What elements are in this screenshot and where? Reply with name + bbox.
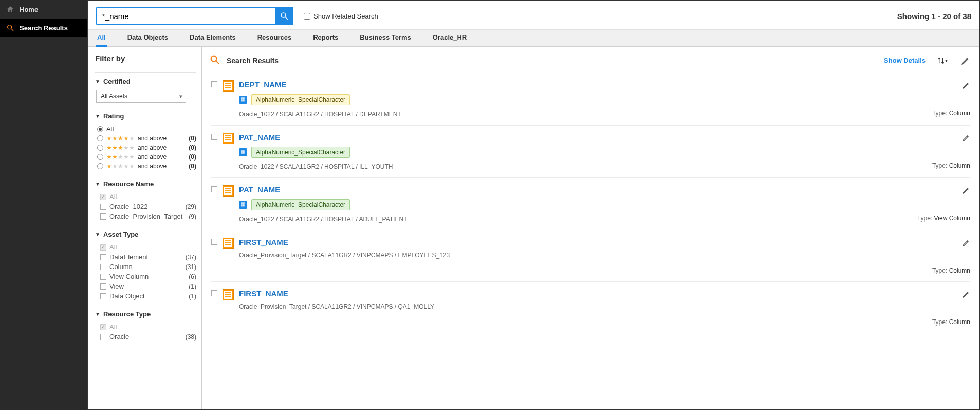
filter-resource-type-label: Resource Type (103, 310, 151, 318)
result-title[interactable]: FIRST_NAME (239, 238, 898, 246)
tab-reports[interactable]: Reports (312, 29, 339, 47)
resource-type-item-label: Oracle (109, 333, 129, 341)
edit-icon[interactable] (962, 186, 970, 196)
rating-3-count: (0) (189, 144, 196, 151)
caret-down-icon: ▼ (95, 79, 100, 84)
asset-type-item[interactable]: Column(31) (95, 262, 196, 272)
result-content: FIRST_NAMEOracle_Provision_Target / SCAL… (239, 289, 898, 326)
result-title[interactable]: FIRST_NAME (239, 289, 898, 298)
certified-select[interactable]: All Assets (96, 90, 186, 103)
checkbox-icon (100, 204, 106, 210)
filter-certified-head[interactable]: ▼ Certified (95, 78, 196, 85)
edit-icon[interactable] (962, 134, 970, 144)
asset-type-all[interactable]: All (95, 242, 196, 252)
result-checkbox[interactable] (211, 239, 217, 245)
result-meta: Type: Column (903, 80, 970, 118)
result-title[interactable]: PAT_NAME (239, 185, 898, 194)
rating-4[interactable]: ★★★★★ and above (0) (95, 134, 196, 143)
result-checkbox[interactable] (211, 81, 217, 87)
filter-resource-name-label: Resource Name (103, 180, 154, 188)
filter-resource-name-head[interactable]: ▼ Resource Name (95, 180, 196, 188)
filter-asset-type-head[interactable]: ▼ Asset Type (95, 230, 196, 238)
show-details-link[interactable]: Show Details (884, 57, 926, 64)
filter-resource-type: ▼ Resource Type All Oracle (38) (95, 310, 196, 342)
caret-down-icon: ▼ (95, 113, 100, 119)
search-input[interactable] (96, 7, 275, 25)
table-icon (223, 238, 234, 249)
result-tag[interactable]: AlphaNumeric_SpecialCharacter (251, 199, 350, 210)
result-type-value: Column (949, 162, 970, 169)
rating-2[interactable]: ★★★★★ and above (0) (95, 152, 196, 162)
search-wrap (96, 7, 293, 25)
checkbox-icon (100, 213, 106, 220)
checkbox-icon (100, 194, 106, 200)
tab-oracle-hr[interactable]: Oracle_HR (432, 29, 468, 47)
tab-business-terms[interactable]: Business Terms (359, 29, 412, 47)
stars-2-icon: ★★★★★ (106, 153, 135, 161)
asset-type-item-count: (1) (189, 283, 196, 290)
asset-type-item[interactable]: DataElement(37) (95, 252, 196, 262)
resource-name-item[interactable]: Oracle_Provision_Target (9) (95, 211, 196, 221)
rating-all[interactable]: All (95, 124, 196, 134)
checkbox-icon (100, 244, 106, 251)
result-meta: Type: Column (903, 133, 970, 170)
filter-rating-head[interactable]: ▼ Rating (95, 112, 196, 120)
tab-all[interactable]: All (96, 29, 107, 47)
asset-type-item[interactable]: View Column(6) (95, 272, 196, 281)
result-type-value: View Column (934, 215, 970, 222)
filter-rating-label: Rating (103, 112, 124, 120)
asset-type-item[interactable]: View(1) (95, 281, 196, 291)
svg-point-4 (211, 56, 217, 62)
nav-search-results[interactable]: Search Results (0, 19, 87, 37)
resource-name-item-count: (29) (186, 203, 196, 210)
rating-1-count: (0) (189, 163, 196, 170)
result-tag[interactable]: AlphaNumeric_SpecialCharacter (251, 147, 350, 158)
resource-name-item-label: Oracle_1022 (109, 203, 147, 210)
result-checkbox[interactable] (211, 186, 217, 192)
stars-3-icon: ★★★★★ (106, 144, 135, 151)
rating-3[interactable]: ★★★★★ and above (0) (95, 143, 196, 152)
edit-icon[interactable] (962, 290, 970, 300)
table-icon (223, 289, 234, 300)
nav-home[interactable]: Home (0, 0, 87, 19)
edit-icon[interactable] (962, 239, 970, 248)
asset-type-item[interactable]: Data Object(1) (95, 291, 196, 301)
filter-resource-type-head[interactable]: ▼ Resource Type (95, 310, 196, 318)
result-title[interactable]: PAT_NAME (239, 133, 898, 141)
tab-data-objects[interactable]: Data Objects (126, 29, 169, 47)
caret-down-icon: ▼ (95, 181, 100, 187)
asset-type-item-count: (37) (186, 254, 196, 261)
radio-icon (97, 163, 103, 169)
result-title[interactable]: DEPT_NAME (239, 80, 898, 89)
asset-type-item-count: (1) (189, 293, 196, 300)
resource-name-item[interactable]: Oracle_1022 (29) (95, 202, 196, 211)
result-type-label: Type: (932, 110, 949, 117)
edit-icon[interactable] (961, 56, 970, 65)
filter-panel: Filter by ▼ Certified All Assets ▼ (88, 47, 202, 409)
search-button[interactable] (275, 7, 293, 25)
result-checkbox[interactable] (211, 134, 217, 140)
certified-select-value: All Assets (101, 93, 127, 100)
asset-type-item-label: DataElement (109, 253, 148, 261)
edit-icon[interactable] (962, 81, 970, 91)
and-above: and above (138, 163, 167, 170)
sort-icon[interactable]: ▾ (937, 57, 948, 65)
rating-1[interactable]: ★★★★★ and above (0) (95, 162, 196, 171)
result-type: Type: View Column (917, 215, 970, 222)
filter-rating: ▼ Rating All ★★★★★ and above (0) (95, 112, 196, 171)
result-meta: Type: Column (903, 238, 970, 274)
show-related-checkbox[interactable] (304, 13, 310, 20)
resource-type-all[interactable]: All (95, 322, 196, 332)
search-icon (6, 24, 14, 32)
results-panel: Search Results Show Details ▾ DEPT_NAMEA… (202, 47, 979, 409)
resource-type-item[interactable]: Oracle (38) (95, 332, 196, 342)
result-tag[interactable]: AlphaNumeric_SpecialCharacter (251, 94, 350, 105)
filter-title: Filter by (95, 54, 196, 63)
result-checkbox[interactable] (211, 290, 217, 296)
checkbox-icon (100, 264, 106, 270)
tab-resources[interactable]: Resources (256, 29, 292, 47)
resource-name-all[interactable]: All (95, 192, 196, 202)
show-related-search[interactable]: Show Related Search (304, 12, 378, 20)
tab-data-elements[interactable]: Data Elements (189, 29, 237, 47)
checkbox-icon (100, 293, 106, 299)
